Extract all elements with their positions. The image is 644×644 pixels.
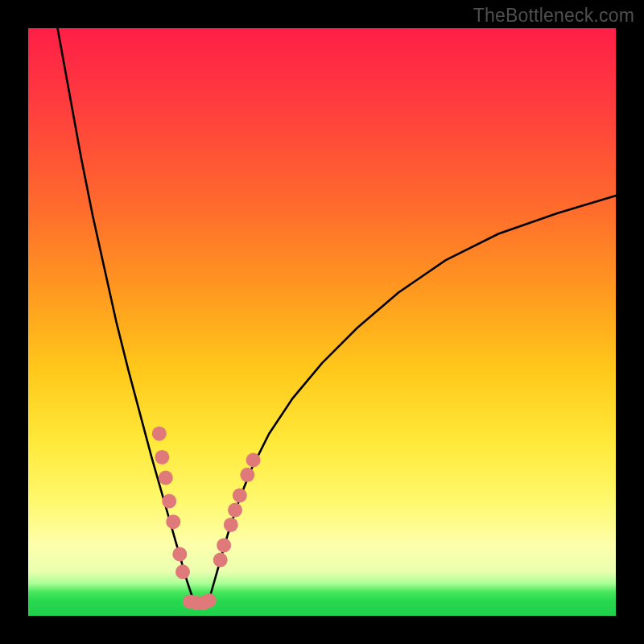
marker-dot (162, 494, 176, 509)
marker-dot (213, 553, 228, 568)
bottleneck-curve (58, 28, 617, 603)
marker-dot (175, 564, 190, 579)
marker-dot (166, 514, 180, 529)
marker-dot (159, 471, 173, 485)
marker-dot (217, 538, 231, 552)
watermark-text: TheBottleneck.com (473, 5, 634, 27)
marker-dot (233, 488, 247, 502)
outer-frame: TheBottleneck.com (0, 0, 644, 644)
marker-dot (155, 450, 169, 464)
marker-dot (202, 593, 217, 608)
plot-area (28, 28, 616, 616)
marker-dot (240, 468, 254, 482)
marker-dot (246, 453, 261, 468)
marker-dot (172, 547, 187, 561)
marker-dot (224, 518, 238, 532)
marker-dot (152, 427, 167, 441)
marker-group (152, 427, 261, 610)
chart-svg (28, 28, 616, 616)
marker-dot (228, 503, 242, 518)
